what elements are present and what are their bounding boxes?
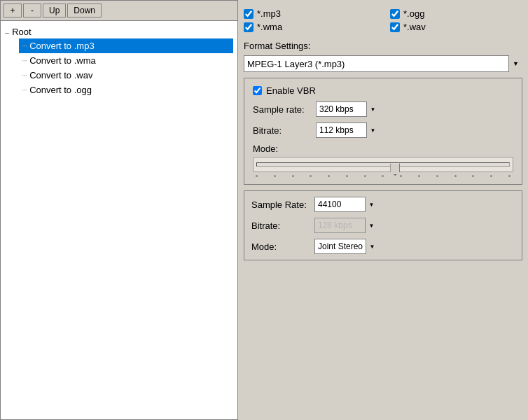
tree-dots-icon: ····: [22, 57, 27, 64]
tree-dots-icon: ····: [22, 86, 27, 94]
vbr-sample-rate-row: Sample rate: 320 kbps 256 kbps 192 kbps …: [253, 102, 513, 117]
up-button[interactable]: Up: [43, 4, 66, 18]
mode-slider-wrapper: [253, 157, 513, 172]
mode-slider[interactable]: [256, 158, 510, 172]
slider-dot: [346, 175, 348, 177]
sample-rate-dropdown: 44100 22050 11025 ▼: [314, 197, 377, 212]
mode-select[interactable]: Joint Stereo Stereo Mono: [314, 239, 378, 254]
sample-rate-row: Sample Rate: 44100 22050 11025 ▼: [251, 197, 515, 212]
wma-label: *.wma: [257, 22, 282, 32]
tree-item-wma[interactable]: ···· Convert to .wma: [19, 53, 233, 68]
tree-root: – Root ···· Convert to .mp3 ···· Convert…: [5, 25, 233, 97]
mp3-label: *.mp3: [257, 8, 281, 19]
wma-checkbox[interactable]: [244, 22, 253, 32]
slider-dot: [472, 175, 474, 177]
vbr-group: Enable VBR Sample rate: 320 kbps 256 kbp…: [244, 78, 522, 185]
slider-dot: [418, 175, 420, 177]
vbr-label: Enable VBR: [266, 85, 316, 96]
slider-dot: [508, 175, 510, 177]
wav-checkbox[interactable]: [390, 22, 400, 32]
bitrate-label: Bitrate:: [251, 220, 314, 231]
slider-dot: [436, 175, 438, 177]
root-label: Root: [12, 27, 31, 37]
format-settings-label: Format Settings:: [244, 41, 522, 51]
tree-item-mp3[interactable]: ···· Convert to .mp3: [19, 38, 233, 53]
wav-checkbox-item: *.wav: [390, 22, 522, 32]
tree-area: – Root ···· Convert to .mp3 ···· Convert…: [1, 21, 237, 419]
bottom-settings: Sample Rate: 44100 22050 11025 ▼ Bitrate…: [244, 190, 522, 260]
slider-dot: [256, 175, 258, 177]
format-dropdown-wrapper: MPEG-1 Layer3 (*.mp3) WMA WAV OGG Vorbis…: [244, 55, 522, 72]
slider-dot: [274, 175, 276, 177]
toolbar: + - Up Down: [1, 1, 237, 21]
tree-item-label: Convert to .ogg: [29, 85, 92, 95]
slider-dot: [310, 175, 312, 177]
tree-item-label: Convert to .wma: [29, 55, 96, 66]
slider-dot: [292, 175, 294, 177]
tree-item-wav[interactable]: ···· Convert to .wav: [19, 68, 233, 83]
bitrate-select[interactable]: 128 kbps 192 kbps 256 kbps 320 kbps: [314, 218, 377, 233]
tree-dots-icon: ····: [22, 71, 27, 79]
sample-rate-label: Sample Rate:: [251, 200, 314, 210]
vbr-sample-rate-select[interactable]: 320 kbps 256 kbps 192 kbps 128 kbps: [316, 102, 379, 117]
slider-dots: [253, 175, 513, 177]
ogg-checkbox-item: *.ogg: [390, 8, 522, 19]
format-select[interactable]: MPEG-1 Layer3 (*.mp3) WMA WAV OGG Vorbis: [244, 55, 522, 72]
slider-dot: [328, 175, 330, 177]
slider-dot: [364, 175, 366, 177]
add-button[interactable]: +: [4, 4, 22, 18]
vbr-enable-row: Enable VBR: [253, 85, 513, 96]
slider-dot: [382, 175, 384, 177]
vbr-mode-label: Mode:: [253, 144, 513, 154]
vbr-checkbox[interactable]: [253, 86, 262, 95]
file-types-section: *.mp3 *.ogg *.wma *.wav: [244, 6, 522, 35]
down-button[interactable]: Down: [67, 4, 102, 18]
format-settings-section: Format Settings: MPEG-1 Layer3 (*.mp3) W…: [244, 41, 522, 72]
mode-row: Mode: Joint Stereo Stereo Mono ▼: [251, 239, 515, 254]
ogg-checkbox[interactable]: [390, 9, 400, 19]
tree-item-label: Convert to .mp3: [29, 41, 95, 51]
tree-item-ogg[interactable]: ···· Convert to .ogg: [19, 83, 233, 97]
mode-dropdown: Joint Stereo Stereo Mono ▼: [314, 239, 378, 254]
vbr-bitrate-dropdown: 112 kbps 128 kbps 192 kbps 256 kbps ▼: [316, 122, 379, 138]
bitrate-dropdown: 128 kbps 192 kbps 256 kbps 320 kbps ▼: [314, 218, 377, 233]
left-panel: + - Up Down – Root ···· Convert to .mp3 …: [0, 0, 238, 420]
sample-rate-select[interactable]: 44100 22050 11025: [314, 197, 377, 212]
wav-label: *.wav: [403, 22, 426, 32]
tree-root-item: – Root: [5, 25, 233, 38]
remove-button[interactable]: -: [23, 4, 41, 18]
wma-checkbox-item: *.wma: [244, 22, 376, 32]
tree-item-label: Convert to .wav: [29, 70, 92, 80]
right-panel: *.mp3 *.ogg *.wma *.wav Format Settings:…: [238, 0, 528, 420]
vbr-bitrate-row: Bitrate: 112 kbps 128 kbps 192 kbps 256 …: [253, 122, 513, 138]
slider-dot: [454, 175, 457, 177]
slider-dot: [400, 175, 402, 177]
bitrate-row: Bitrate: 128 kbps 192 kbps 256 kbps 320 …: [251, 218, 515, 233]
tree-dots-icon: ····: [22, 42, 27, 50]
ogg-label: *.ogg: [403, 8, 424, 19]
vbr-sample-rate-dropdown: 320 kbps 256 kbps 192 kbps 128 kbps ▼: [316, 102, 379, 117]
collapse-icon[interactable]: –: [5, 28, 9, 36]
mp3-checkbox[interactable]: [244, 9, 253, 19]
slider-dot: [490, 175, 492, 177]
mp3-checkbox-item: *.mp3: [244, 8, 376, 19]
tree-children: ···· Convert to .mp3 ···· Convert to .wm…: [19, 38, 233, 97]
mode-label: Mode:: [251, 241, 314, 252]
vbr-bitrate-label: Bitrate:: [253, 125, 316, 136]
vbr-mode-section: Mode:: [253, 144, 513, 177]
vbr-bitrate-select[interactable]: 112 kbps 128 kbps 192 kbps 256 kbps: [316, 122, 379, 138]
vbr-sample-rate-label: Sample rate:: [253, 104, 316, 115]
